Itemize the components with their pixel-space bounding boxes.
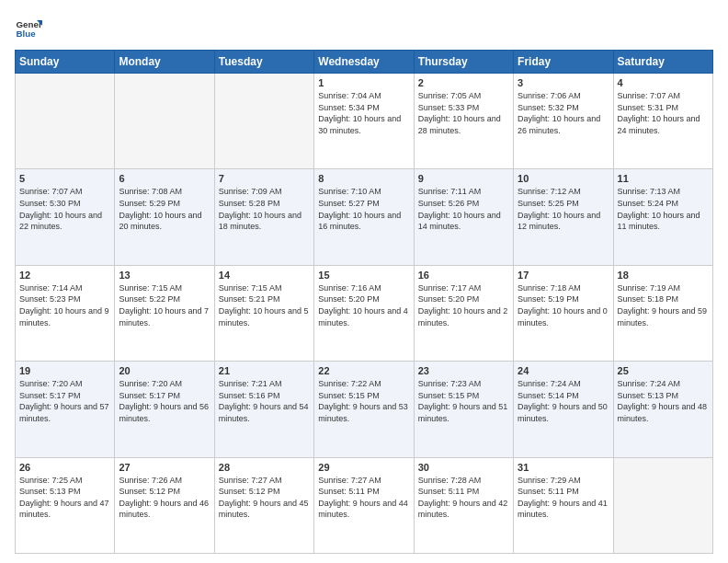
day-detail: Sunrise: 7:16 AMSunset: 5:20 PMDaylight:… — [318, 282, 409, 328]
header: General Blue — [15, 15, 713, 42]
week-row-1: 1Sunrise: 7:04 AMSunset: 5:34 PMDaylight… — [16, 74, 713, 169]
day-cell: 30Sunrise: 7:28 AMSunset: 5:11 PMDayligh… — [414, 457, 513, 553]
day-cell: 21Sunrise: 7:21 AMSunset: 5:16 PMDayligh… — [214, 362, 313, 457]
day-number: 26 — [19, 462, 110, 473]
day-cell: 19Sunrise: 7:20 AMSunset: 5:17 PMDayligh… — [16, 362, 115, 457]
day-detail: Sunrise: 7:05 AMSunset: 5:33 PMDaylight:… — [418, 90, 509, 136]
day-cell: 5Sunrise: 7:07 AMSunset: 5:30 PMDaylight… — [16, 169, 115, 265]
day-number: 7 — [219, 173, 310, 184]
day-detail: Sunrise: 7:18 AMSunset: 5:19 PMDaylight:… — [518, 282, 609, 328]
day-cell: 20Sunrise: 7:20 AMSunset: 5:17 PMDayligh… — [115, 362, 214, 457]
day-cell: 13Sunrise: 7:15 AMSunset: 5:22 PMDayligh… — [115, 265, 214, 361]
day-number: 10 — [518, 173, 609, 184]
day-number: 5 — [19, 173, 110, 184]
day-cell: 3Sunrise: 7:06 AMSunset: 5:32 PMDaylight… — [514, 74, 613, 169]
day-number: 22 — [318, 365, 409, 376]
day-detail: Sunrise: 7:24 AMSunset: 5:13 PMDaylight:… — [618, 378, 709, 424]
day-number: 29 — [318, 462, 409, 473]
day-detail: Sunrise: 7:19 AMSunset: 5:18 PMDaylight:… — [618, 282, 709, 328]
day-number: 2 — [418, 77, 509, 88]
day-detail: Sunrise: 7:14 AMSunset: 5:23 PMDaylight:… — [19, 282, 110, 328]
day-number: 14 — [219, 270, 310, 281]
day-cell: 2Sunrise: 7:05 AMSunset: 5:33 PMDaylight… — [414, 74, 513, 169]
weekday-header-row: SundayMondayTuesdayWednesdayThursdayFrid… — [16, 51, 713, 74]
day-number: 27 — [119, 462, 210, 473]
day-cell: 18Sunrise: 7:19 AMSunset: 5:18 PMDayligh… — [613, 265, 712, 361]
day-number: 8 — [318, 173, 409, 184]
weekday-header-tuesday: Tuesday — [214, 51, 313, 74]
day-detail: Sunrise: 7:29 AMSunset: 5:11 PMDaylight:… — [518, 475, 609, 521]
day-detail: Sunrise: 7:08 AMSunset: 5:29 PMDaylight:… — [119, 186, 210, 232]
page: General Blue SundayMondayTuesdayWednesda… — [0, 0, 728, 563]
weekday-header-wednesday: Wednesday — [314, 51, 414, 74]
day-number: 15 — [318, 270, 409, 281]
day-cell: 11Sunrise: 7:13 AMSunset: 5:24 PMDayligh… — [613, 169, 712, 265]
day-number: 21 — [219, 365, 310, 376]
day-detail: Sunrise: 7:27 AMSunset: 5:12 PMDaylight:… — [219, 475, 310, 521]
day-number: 30 — [418, 462, 509, 473]
day-detail: Sunrise: 7:15 AMSunset: 5:21 PMDaylight:… — [219, 282, 310, 328]
weekday-header-thursday: Thursday — [414, 51, 513, 74]
day-detail: Sunrise: 7:13 AMSunset: 5:24 PMDaylight:… — [618, 186, 709, 232]
day-detail: Sunrise: 7:09 AMSunset: 5:28 PMDaylight:… — [219, 186, 310, 232]
calendar-table: SundayMondayTuesdayWednesdayThursdayFrid… — [15, 50, 713, 554]
generalblue-logo-icon: General Blue — [15, 15, 42, 42]
day-detail: Sunrise: 7:15 AMSunset: 5:22 PMDaylight:… — [119, 282, 210, 328]
day-detail: Sunrise: 7:12 AMSunset: 5:25 PMDaylight:… — [518, 186, 609, 232]
day-detail: Sunrise: 7:25 AMSunset: 5:13 PMDaylight:… — [19, 475, 110, 521]
day-number: 3 — [518, 77, 609, 88]
day-detail: Sunrise: 7:26 AMSunset: 5:12 PMDaylight:… — [119, 475, 210, 521]
day-detail: Sunrise: 7:21 AMSunset: 5:16 PMDaylight:… — [219, 378, 310, 424]
svg-text:Blue: Blue — [17, 29, 37, 39]
day-cell: 7Sunrise: 7:09 AMSunset: 5:28 PMDaylight… — [214, 169, 313, 265]
day-cell: 1Sunrise: 7:04 AMSunset: 5:34 PMDaylight… — [314, 74, 414, 169]
day-number: 11 — [618, 173, 709, 184]
day-number: 4 — [618, 77, 709, 88]
week-row-2: 5Sunrise: 7:07 AMSunset: 5:30 PMDaylight… — [16, 169, 713, 265]
day-cell: 24Sunrise: 7:24 AMSunset: 5:14 PMDayligh… — [514, 362, 613, 457]
day-cell: 4Sunrise: 7:07 AMSunset: 5:31 PMDaylight… — [613, 74, 712, 169]
day-number: 1 — [318, 77, 409, 88]
day-number: 12 — [19, 270, 110, 281]
day-detail: Sunrise: 7:04 AMSunset: 5:34 PMDaylight:… — [318, 90, 409, 136]
day-cell: 15Sunrise: 7:16 AMSunset: 5:20 PMDayligh… — [314, 265, 414, 361]
logo: General Blue — [15, 15, 42, 42]
day-cell: 6Sunrise: 7:08 AMSunset: 5:29 PMDaylight… — [115, 169, 214, 265]
day-number: 20 — [119, 365, 210, 376]
day-cell: 29Sunrise: 7:27 AMSunset: 5:11 PMDayligh… — [314, 457, 414, 553]
day-detail: Sunrise: 7:07 AMSunset: 5:30 PMDaylight:… — [19, 186, 110, 232]
day-number: 16 — [418, 270, 509, 281]
day-cell — [613, 457, 712, 553]
weekday-header-monday: Monday — [115, 51, 214, 74]
week-row-5: 26Sunrise: 7:25 AMSunset: 5:13 PMDayligh… — [16, 457, 713, 553]
day-cell — [115, 74, 214, 169]
day-cell: 28Sunrise: 7:27 AMSunset: 5:12 PMDayligh… — [214, 457, 313, 553]
day-number: 24 — [518, 365, 609, 376]
day-cell: 31Sunrise: 7:29 AMSunset: 5:11 PMDayligh… — [514, 457, 613, 553]
day-detail: Sunrise: 7:20 AMSunset: 5:17 PMDaylight:… — [19, 378, 110, 424]
day-number: 31 — [518, 462, 609, 473]
day-cell: 25Sunrise: 7:24 AMSunset: 5:13 PMDayligh… — [613, 362, 712, 457]
day-cell: 12Sunrise: 7:14 AMSunset: 5:23 PMDayligh… — [16, 265, 115, 361]
day-detail: Sunrise: 7:17 AMSunset: 5:20 PMDaylight:… — [418, 282, 509, 328]
day-number: 19 — [19, 365, 110, 376]
day-cell: 23Sunrise: 7:23 AMSunset: 5:15 PMDayligh… — [414, 362, 513, 457]
day-detail: Sunrise: 7:22 AMSunset: 5:15 PMDaylight:… — [318, 378, 409, 424]
day-detail: Sunrise: 7:24 AMSunset: 5:14 PMDaylight:… — [518, 378, 609, 424]
day-number: 18 — [618, 270, 709, 281]
weekday-header-friday: Friday — [514, 51, 613, 74]
day-detail: Sunrise: 7:10 AMSunset: 5:27 PMDaylight:… — [318, 186, 409, 232]
day-detail: Sunrise: 7:27 AMSunset: 5:11 PMDaylight:… — [318, 475, 409, 521]
day-number: 9 — [418, 173, 509, 184]
day-detail: Sunrise: 7:20 AMSunset: 5:17 PMDaylight:… — [119, 378, 210, 424]
day-detail: Sunrise: 7:28 AMSunset: 5:11 PMDaylight:… — [418, 475, 509, 521]
day-number: 23 — [418, 365, 509, 376]
day-detail: Sunrise: 7:23 AMSunset: 5:15 PMDaylight:… — [418, 378, 509, 424]
day-detail: Sunrise: 7:06 AMSunset: 5:32 PMDaylight:… — [518, 90, 609, 136]
weekday-header-saturday: Saturday — [613, 51, 712, 74]
day-detail: Sunrise: 7:11 AMSunset: 5:26 PMDaylight:… — [418, 186, 509, 232]
day-cell: 9Sunrise: 7:11 AMSunset: 5:26 PMDaylight… — [414, 169, 513, 265]
week-row-4: 19Sunrise: 7:20 AMSunset: 5:17 PMDayligh… — [16, 362, 713, 457]
day-cell: 8Sunrise: 7:10 AMSunset: 5:27 PMDaylight… — [314, 169, 414, 265]
day-cell: 16Sunrise: 7:17 AMSunset: 5:20 PMDayligh… — [414, 265, 513, 361]
